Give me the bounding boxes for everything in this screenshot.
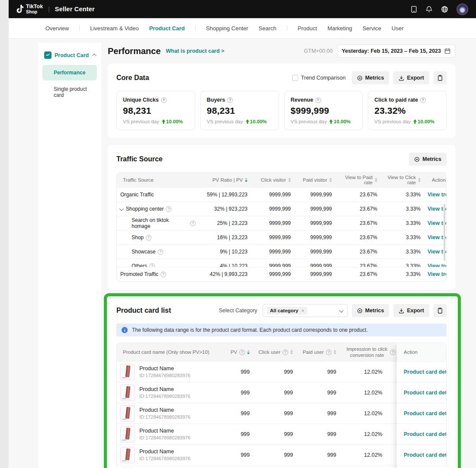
sort-icon[interactable] (418, 178, 421, 182)
expand-caret-icon[interactable] (120, 208, 123, 211)
tiktok-shop-logo[interactable]: TikTok Shop (16, 4, 43, 14)
help-icon[interactable] (161, 272, 166, 277)
sort-icon[interactable] (329, 178, 332, 182)
view-trend-link[interactable]: View trend (428, 271, 447, 277)
metric-card: Click to paid rate 23.32% VS previous da… (368, 91, 447, 130)
help-icon[interactable] (166, 206, 171, 212)
info-icon (122, 327, 128, 333)
help-icon[interactable] (239, 349, 245, 355)
copy-clipboard-button[interactable] (434, 71, 447, 84)
metric-card: Revenue $999,999 VS previous day 10.00% (284, 91, 363, 130)
date-range-picker[interactable]: Yesterday: Feb 15, 2023 – Feb 15, 2023 (337, 45, 455, 58)
checkbox[interactable] (292, 75, 298, 81)
scrollbar-thumb[interactable] (444, 204, 445, 261)
sort-icon[interactable] (288, 178, 291, 182)
globe-language-icon[interactable] (441, 6, 448, 13)
timezone-label: GTM+00:00 (304, 48, 332, 54)
nav-item[interactable]: Product (298, 25, 317, 32)
help-icon[interactable] (158, 249, 163, 255)
product-card-detail-link[interactable]: Product card detail (404, 452, 447, 458)
sort-icon[interactable] (247, 350, 250, 354)
chevron-up-icon[interactable] (92, 54, 96, 58)
page-title: Performance (108, 46, 161, 56)
delta-up: 10.00% (329, 119, 351, 124)
category-select[interactable]: All category × (263, 304, 347, 317)
sidebar-group-product-card[interactable]: Product Card (42, 50, 97, 65)
arrow-up-icon (413, 119, 417, 124)
nav-item[interactable]: Product Card (149, 25, 185, 32)
product-name: Product Name (139, 449, 190, 455)
topbar: TikTok Shop | Seller Center (9, 0, 476, 18)
product-card-detail-link[interactable]: Product card detail (404, 410, 447, 417)
product-thumbnail (120, 447, 135, 463)
product-card-detail-link[interactable]: Product card detail (404, 390, 447, 396)
sidebar-item[interactable]: Performance (42, 65, 97, 80)
metric-value: 98,231 (123, 106, 189, 116)
traffic-row: Others 4% | 10,223 9999,999 9999,999 23.… (117, 259, 446, 267)
product-thumbnail (120, 364, 135, 380)
delta-up: 10.00% (413, 119, 434, 124)
help-icon[interactable] (420, 97, 426, 103)
sidebar: Product Card Performance Single product … (38, 43, 101, 468)
product-card-list-card: Product card list Select Category All ca… (108, 296, 455, 468)
avatar[interactable] (457, 3, 468, 15)
nav-item[interactable]: Shopping Center (206, 25, 248, 32)
nav-item[interactable]: Service (363, 25, 381, 32)
nav-item[interactable]: Livestream & Video (90, 25, 139, 32)
help-icon[interactable] (315, 97, 321, 103)
export-button[interactable]: Export (393, 71, 429, 84)
metrics-button[interactable]: Metrics (352, 71, 389, 84)
delta-up: 10.00% (162, 119, 183, 124)
nav-item[interactable]: User (392, 25, 403, 32)
product-id: ID:17284678980283976 (139, 414, 190, 420)
calendar-icon (444, 48, 450, 54)
promoted-traffic-row: Promoted Traffic 42% | 9,993,223 9999,99… (117, 267, 446, 281)
traffic-row: Shopping center 32% | 923,223 9999,999 9… (117, 202, 446, 216)
what-is-product-card-link[interactable]: What is product card > (166, 48, 224, 54)
product-metrics-button[interactable]: Metrics (352, 304, 389, 317)
remove-tag-icon[interactable]: × (301, 308, 304, 313)
metrics-gear-icon (357, 308, 363, 314)
help-icon[interactable] (190, 221, 196, 226)
traffic-metrics-button[interactable]: Metrics (409, 153, 447, 166)
help-icon[interactable] (283, 349, 288, 355)
metric-card: Unique Clicks 98,231 VS previous day 10.… (116, 91, 195, 130)
help-icon[interactable] (149, 263, 155, 267)
product-export-button[interactable]: Export (393, 304, 429, 317)
nav-item[interactable]: Search (259, 25, 277, 32)
trend-comparison-checkbox[interactable]: Trend Comparison (292, 75, 346, 81)
help-icon[interactable] (161, 97, 167, 103)
action-column-header: Action (397, 343, 446, 361)
nav-item[interactable]: Marketing (328, 25, 352, 32)
page: TikTok Shop | Seller Center Overview (9, 0, 476, 468)
sidebar-item[interactable]: Single product card (42, 81, 97, 103)
product-thumbnail (120, 405, 135, 422)
view-trend-link[interactable]: View trend (428, 192, 446, 198)
sort-icon[interactable] (334, 350, 336, 354)
core-data-title: Core Data (116, 74, 149, 82)
device-icon[interactable] (411, 6, 417, 13)
action-column: Action Product card detail Product card … (397, 343, 446, 468)
product-copy-clipboard-button[interactable] (434, 304, 447, 317)
metrics-gear-icon (414, 157, 420, 162)
download-icon (399, 308, 404, 314)
product-name: Product Name (139, 386, 190, 392)
product-card-detail-link[interactable]: Product card detail (404, 369, 447, 375)
metrics-gear-icon (357, 75, 363, 81)
product-card-list-title: Product card list (116, 307, 171, 314)
help-icon[interactable] (390, 349, 396, 355)
sort-icon[interactable] (245, 178, 248, 182)
view-trend-link[interactable]: View trend (428, 263, 446, 267)
sort-icon[interactable] (375, 178, 377, 182)
nav-item[interactable]: Overview (45, 25, 69, 32)
notification-bell-icon[interactable] (425, 6, 433, 13)
product-card-detail-link[interactable]: Product card detail (404, 431, 447, 437)
sort-icon[interactable] (290, 350, 293, 354)
help-icon[interactable] (326, 349, 331, 355)
help-icon[interactable] (227, 97, 233, 103)
nav-divider (195, 26, 196, 31)
traffic-scroll-area[interactable]: Organic Traffic 59% | 12,993,223 9999,99… (117, 187, 446, 267)
product-id: ID:17284678980283976 (139, 394, 190, 399)
help-icon[interactable] (146, 235, 151, 240)
category-tag: All category × (267, 307, 307, 314)
